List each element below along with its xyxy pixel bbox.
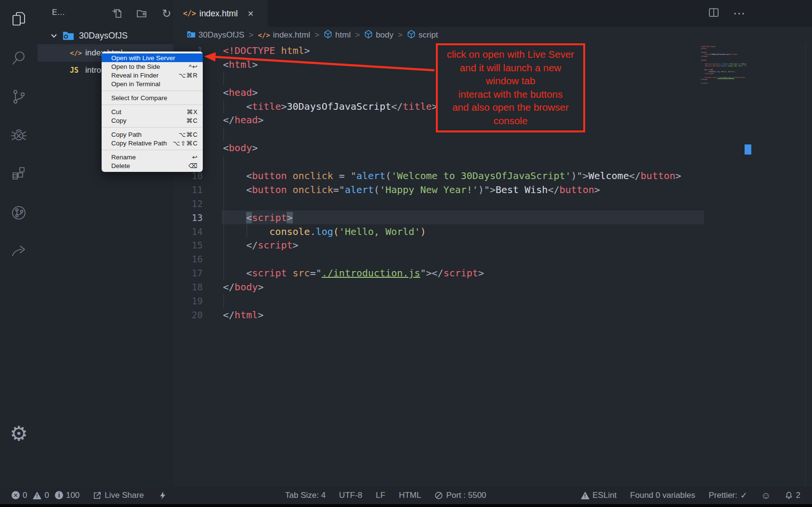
notifications-bell[interactable]: 2 <box>785 491 800 500</box>
code-line[interactable] <box>223 197 681 211</box>
settings-gear-icon[interactable]: ⚙ <box>0 420 38 448</box>
breadcrumb-item-script[interactable]: script <box>407 30 438 41</box>
line-number[interactable]: 15 <box>173 238 203 252</box>
menu-item-label: Delete <box>111 162 130 169</box>
code-line[interactable]: </body> <box>223 280 681 294</box>
code-line[interactable]: console.log('Hello, World') <box>223 225 681 239</box>
breadcrumb-item-body[interactable]: body <box>364 30 393 41</box>
scrollbar-divider <box>805 43 806 486</box>
menu-separator <box>102 127 202 128</box>
more-actions-icon[interactable]: ⋯ <box>733 7 745 19</box>
code-line[interactable] <box>223 294 681 308</box>
code-line[interactable]: <body> <box>223 141 681 155</box>
chevron-down-icon <box>50 32 58 39</box>
menu-item-rename[interactable]: Rename↩ <box>102 153 203 161</box>
line-number[interactable]: 16 <box>173 252 203 266</box>
menu-item-cut[interactable]: Cut⌘X <box>102 107 203 116</box>
line-number[interactable]: 11 <box>173 183 203 197</box>
breadcrumb-separator: > <box>314 30 319 40</box>
run-debug-icon[interactable] <box>0 121 38 149</box>
menu-item-shortcut: ⌥⇧⌘C <box>173 140 198 147</box>
close-tab-icon[interactable]: ✕ <box>248 9 254 18</box>
bell-icon <box>785 491 793 500</box>
line-number[interactable]: 17 <box>173 266 203 280</box>
new-folder-icon[interactable] <box>135 7 149 20</box>
menu-item-open-to-the-side[interactable]: Open to the Side^↩ <box>102 62 203 71</box>
line-number[interactable]: 13 <box>173 211 203 225</box>
feedback-smiley-icon[interactable]: ☺ <box>761 491 771 500</box>
breadcrumb-item-index-html[interactable]: </>index.html <box>258 30 310 40</box>
check-icon: ✓ <box>740 491 747 500</box>
annotation-line: click on open with Live Sever <box>438 48 583 61</box>
menu-item-select-for-compare[interactable]: Select for Compare <box>102 93 203 102</box>
menu-separator <box>102 104 202 105</box>
cube-icon <box>364 30 373 41</box>
encoding-indicator[interactable]: UTF-8 <box>339 491 362 500</box>
tab-size-indicator[interactable]: Tab Size: 4 <box>285 491 326 500</box>
menu-item-label: Open in Terminal <box>111 80 160 88</box>
tab-title: index.html <box>199 9 238 19</box>
breadcrumb-label: body <box>376 30 393 40</box>
menu-item-copy-relative-path[interactable]: Copy Relative Path⌥⇧⌘C <box>102 139 203 147</box>
code-line[interactable]: </script> <box>223 238 681 252</box>
split-editor-icon[interactable] <box>708 7 720 20</box>
variables-count[interactable]: Found 0 variables <box>630 491 695 500</box>
error-icon: ✕ <box>12 491 20 499</box>
gitlens-icon[interactable] <box>0 199 38 227</box>
code-line[interactable] <box>223 155 681 169</box>
code-line[interactable]: <button onclick="alert('Happy New Year!'… <box>223 183 681 197</box>
menu-item-open-with-live-server[interactable]: Open with Live Server <box>102 53 203 62</box>
menu-item-label: Open to the Side <box>111 63 160 70</box>
menu-item-reveal-in-finder[interactable]: Reveal in Finder⌥⌘R <box>102 71 203 79</box>
problems-infos[interactable]: i 100 <box>55 491 79 500</box>
eslint-status[interactable]: ! ESLint <box>581 491 616 500</box>
code-line[interactable] <box>223 252 681 266</box>
circle-slash-icon <box>434 491 443 500</box>
line-number[interactable]: 19 <box>173 294 203 308</box>
code-line[interactable]: </html> <box>701 82 747 84</box>
code-line[interactable]: <script> <box>223 211 681 225</box>
overview-ruler-marker <box>745 144 751 155</box>
menu-item-copy-path[interactable]: Copy Path⌥⌘C <box>102 130 203 139</box>
tab-bar: </> index.html ✕ ⋯ <box>173 0 812 27</box>
menu-item-delete[interactable]: Delete⌫ <box>102 161 203 170</box>
code-line[interactable]: <button onclick = "alert('Welcome to 30D… <box>223 169 681 183</box>
menu-item-shortcut: ⌥⌘C <box>179 131 198 138</box>
menu-separator <box>102 91 202 91</box>
extensions-icon[interactable] <box>0 160 38 188</box>
refresh-explorer-icon[interactable]: ↻ <box>160 7 173 20</box>
problems-warnings[interactable]: ! 0 <box>33 491 49 500</box>
language-indicator[interactable]: HTML <box>399 491 421 500</box>
search-icon[interactable] <box>0 44 38 72</box>
line-number[interactable]: 20 <box>173 308 203 322</box>
menu-item-copy[interactable]: Copy⌘C <box>102 116 203 125</box>
annotation-line: and it will launch a new <box>438 61 583 75</box>
live-share-icon[interactable] <box>0 237 38 265</box>
new-file-icon[interactable] <box>111 7 124 20</box>
tab-index-html[interactable]: </> index.html ✕ <box>173 0 268 27</box>
eol-indicator[interactable]: LF <box>376 491 385 500</box>
live-share-status[interactable]: Live Share <box>93 491 144 500</box>
source-control-icon[interactable] <box>0 83 38 111</box>
menu-item-shortcut: ↩ <box>192 154 198 161</box>
context-menu: Open with Live ServerOpen to the Side^↩R… <box>102 52 203 172</box>
prettier-status[interactable]: Prettier: ✓ <box>708 491 747 500</box>
code-line[interactable]: <button onclick="alert('Happy New Year!'… <box>701 65 747 67</box>
live-server-port[interactable]: Port : 5500 <box>434 491 486 500</box>
lightning-icon[interactable] <box>158 491 167 500</box>
breadcrumb-item-30daysofjs[interactable]: 30DaysOfJS <box>187 30 244 41</box>
line-number[interactable]: 18 <box>173 280 203 294</box>
code-line[interactable]: <script src="./introduction.js"></script… <box>223 266 681 280</box>
explorer-icon[interactable] <box>0 6 38 34</box>
workspace-folder-row[interactable]: 30DaysOfJS <box>38 27 173 44</box>
vscode-window: ⚙ E… ↻ 30DaysOfJS </> <box>0 0 812 507</box>
minimap[interactable]: <!DOCTYPE html><html><head> <title>30Day… <box>701 46 747 84</box>
menu-item-label: Select for Compare <box>111 94 167 102</box>
menu-item-shortcut: ⌫ <box>189 162 198 169</box>
code-line[interactable]: </html> <box>223 308 681 322</box>
line-number[interactable]: 14 <box>173 225 203 239</box>
line-number[interactable]: 12 <box>173 197 203 211</box>
menu-item-open-in-terminal[interactable]: Open in Terminal <box>102 79 203 88</box>
problems-errors[interactable]: ✕ 0 <box>12 491 27 500</box>
breadcrumb-item-html[interactable]: html <box>324 30 351 41</box>
